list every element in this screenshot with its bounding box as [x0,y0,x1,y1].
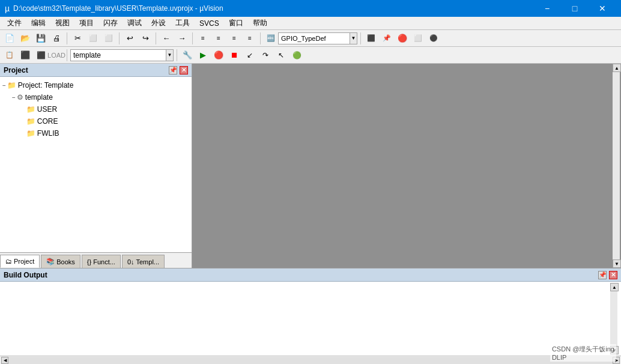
menu-debug[interactable]: 调试 [123,17,147,29]
build-header-controls: 📌 ✕ [598,271,617,279]
tab-functions[interactable]: {} Funct... [82,255,121,268]
menu-window[interactable]: 窗口 [224,17,248,29]
extra-btn4[interactable]: ⬜ [411,32,425,45]
maximize-button[interactable]: □ [561,0,589,17]
cut-btn[interactable]: ✂ [70,32,85,45]
menu-edit[interactable]: 编辑 [26,17,50,29]
menu-peripheral[interactable]: 外设 [147,17,171,29]
project-panel: Project 📌 ✕ − 📁 Project: Template − [0,64,192,268]
panel-pin-btn[interactable]: 📌 [169,66,177,74]
step-into-btn[interactable]: ↙ [243,49,257,62]
expand-template-icon[interactable]: − [12,94,16,101]
fwlib-folder-icon: 📁 [26,129,35,138]
editor-area[interactable]: ▲ ▼ [192,64,621,268]
run-to-btn[interactable]: 🟢 [289,49,304,62]
tree-item-project-root[interactable]: − 📁 Project: Template [0,79,192,91]
target-input[interactable]: template [70,49,166,61]
tab-templates[interactable]: 0↓ Templ... [122,255,165,268]
menu-svcs[interactable]: SVCS [195,18,224,29]
extra-btn3[interactable]: 🔴 [395,32,410,45]
tab-project-icon: 🗂 [5,258,12,265]
symbol-icon-btn[interactable]: 🔤 [264,32,278,45]
paste-btn[interactable]: ⬜ [101,32,116,45]
sep2 [119,32,120,44]
build-output-content: ▲ ▼ [0,282,621,356]
tab-templates-icon: 0↓ [127,258,135,265]
target-dropdown-arrow[interactable]: ▼ [166,49,174,61]
menu-view[interactable]: 视图 [50,17,74,29]
bookmark1-btn[interactable]: ≡ [196,32,210,45]
tab-project[interactable]: 🗂 Project [0,255,40,268]
build-btn[interactable]: LOAD [49,49,64,62]
save-all-btn[interactable]: 🖨 [49,32,64,45]
template-label: template [25,93,53,102]
extra-btn5[interactable]: ⚫ [426,32,441,45]
fwlib-folder-label: FWLIB [37,129,59,138]
tree-item-fwlib[interactable]: + 📁 FWLIB [0,127,192,139]
build-scroll-track [610,291,617,346]
panel-header-controls: 📌 ✕ [169,66,188,74]
watermark-text: CSDN @埋头干饭ing [552,345,614,353]
panel-tabs: 🗂 Project 📚 Books {} Funct... 0↓ Templ..… [0,252,192,268]
symbol-input[interactable] [278,32,350,44]
magic-wand-btn[interactable]: ⬛ [18,49,32,62]
sep3 [156,32,156,44]
tab-books-icon: 📚 [46,258,55,265]
redo-btn[interactable]: ↪ [138,32,153,45]
scroll-down-btn[interactable]: ▼ [613,259,621,268]
watermark: CSDN @埋头干饭ing DLIP [550,344,616,362]
panel-close-btn[interactable]: ✕ [180,66,188,74]
open-btn[interactable]: 📂 [18,32,32,45]
step-out-btn[interactable]: ↖ [274,49,288,62]
close-button[interactable]: ✕ [589,0,616,17]
debug-btn[interactable]: 🔴 [211,49,226,62]
new-file-btn[interactable]: 📄 [2,32,17,45]
build-scroll-left[interactable]: ◀ [1,357,8,364]
menu-bar: 文件 编辑 视图 项目 闪存 调试 外设 工具 SVCS 窗口 帮助 [0,17,621,30]
minimize-button[interactable]: − [533,0,561,17]
nav-back-btn[interactable]: ← [159,32,174,45]
menu-help[interactable]: 帮助 [248,17,272,29]
toolbar-build: 📋 ⬛ ⬛ LOAD template ▼ 🔧 ▶ 🔴 ⏹ ↙ ↷ ↖ 🟢 [0,47,621,64]
build-scroll-up[interactable]: ▲ [610,283,619,291]
build-target-icon[interactable]: 📋 [2,49,17,62]
core-folder-label: CORE [37,117,58,126]
build-pin-btn[interactable]: 📌 [598,271,607,279]
build-all-btn[interactable]: ⬛ [34,49,48,62]
symbol-dropdown-arrow[interactable]: ▼ [350,32,357,44]
undo-btn[interactable]: ↩ [123,32,137,45]
window-controls: − □ ✕ [533,0,616,17]
extra-btn2[interactable]: 📌 [380,32,394,45]
tree-item-user[interactable]: + 📁 USER [0,103,192,115]
bookmark2-btn[interactable]: ≡ [211,32,226,45]
symbol-dropdown-container: 🔤 ▼ [264,32,357,45]
scroll-up-btn[interactable]: ▲ [613,64,621,72]
tree-item-template[interactable]: − ⚙ template [0,91,192,103]
stop-btn[interactable]: ⏹ [227,49,241,62]
debug-options-btn[interactable]: 🔧 [180,49,195,62]
bookmark3-btn[interactable]: ≡ [227,32,241,45]
extra-btn1[interactable]: ⬛ [364,32,378,45]
editor-scrollbar-v: ▲ ▼ [613,64,621,268]
sep7 [67,49,67,61]
save-btn[interactable]: 💾 [34,32,48,45]
toolbar-main: 📄 📂 💾 🖨 ✂ ⬜ ⬜ ↩ ↪ ← → ≡ ≡ ≡ ≡ 🔤 ▼ ⬛ 📌 🔴 … [0,30,621,47]
build-close-btn[interactable]: ✕ [609,271,617,279]
menu-file[interactable]: 文件 [2,17,26,29]
template-icon: ⚙ [17,93,23,102]
expand-project-icon[interactable]: − [2,82,6,89]
bookmark4-btn[interactable]: ≡ [243,32,257,45]
tab-books[interactable]: 📚 Books [41,255,80,268]
step-over-btn[interactable]: ↷ [258,49,273,62]
menu-project[interactable]: 项目 [74,17,98,29]
project-panel-header: Project 📌 ✕ [0,64,192,77]
build-output-panel: Build Output 📌 ✕ ▲ ▼ ◀ ▶ [0,268,621,364]
run-btn[interactable]: ▶ [196,49,210,62]
menu-tools[interactable]: 工具 [171,17,195,29]
nav-fwd-btn[interactable]: → [175,32,189,45]
copy-btn[interactable]: ⬜ [86,32,100,45]
tree-item-core[interactable]: + 📁 CORE [0,115,192,127]
menu-flash[interactable]: 闪存 [98,17,123,29]
main-area: Project 📌 ✕ − 📁 Project: Template − [0,64,621,364]
build-scroll-h-track [8,357,613,364]
